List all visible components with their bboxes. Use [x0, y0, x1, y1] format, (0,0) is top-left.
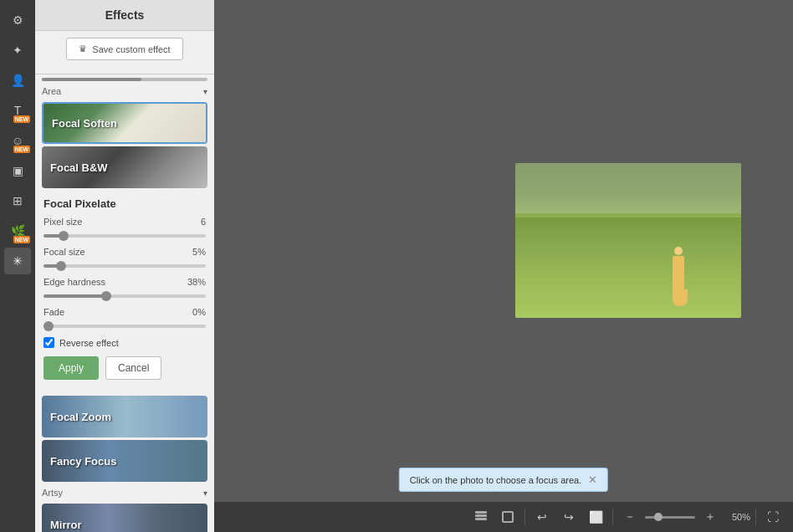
redo-icon[interactable]: ↪: [557, 505, 581, 529]
mirror-label: Mirror: [42, 519, 90, 531]
edge-hardness-value: 38%: [187, 277, 206, 287]
texture-icon[interactable]: ⊞: [4, 187, 31, 214]
bottom-toolbar: ↩ ↪ ⬜ － ＋ 50% ⛶: [214, 502, 793, 532]
fade-slider-row: Fade 0%: [43, 307, 206, 330]
new-badge-text: NEW: [13, 115, 30, 123]
pixel-size-value: 6: [201, 217, 206, 227]
reverse-effect-checkbox[interactable]: [43, 337, 54, 348]
focal-pixelate-title: Focal Pixelate: [43, 197, 206, 210]
focal-size-slider-row: Focal size 5%: [43, 247, 206, 270]
overlay-icon[interactable]: 🌿 NEW: [4, 217, 31, 244]
zoom-slider[interactable]: [645, 516, 695, 519]
edge-hardness-input[interactable]: [43, 294, 206, 298]
scroll-indicator: [42, 78, 207, 81]
cancel-button[interactable]: Cancel: [105, 356, 161, 380]
pixel-size-input[interactable]: [43, 234, 206, 238]
action-buttons-row: Apply Cancel: [43, 356, 206, 380]
crown-icon: ♛: [79, 43, 87, 54]
reverse-effect-row: Reverse effect: [43, 337, 206, 348]
pixel-size-label: Pixel size: [43, 217, 82, 227]
portrait-icon[interactable]: 👤: [4, 67, 31, 94]
effects-scroll-area[interactable]: Area ▾ Focal Soften Focal B&W Focal Pixe…: [35, 74, 214, 532]
layers-icon[interactable]: [469, 505, 493, 529]
photo-field: [515, 217, 741, 318]
edge-hardness-label: Edge hardness: [43, 277, 105, 287]
svg-rect-3: [503, 512, 513, 522]
tooltip-close-button[interactable]: ✕: [588, 473, 597, 486]
main-area: Click on the photo to choose a focus are…: [214, 0, 793, 532]
panel-title: Effects: [35, 0, 214, 31]
focal-zoom-label: Focal Zoom: [42, 411, 120, 423]
mirror-thumb[interactable]: Mirror: [42, 504, 207, 532]
figure-skirt: [673, 289, 688, 306]
focus-area-tooltip: Click on the photo to choose a focus are…: [399, 468, 608, 492]
figure-body: [673, 256, 684, 289]
photo-preview[interactable]: [515, 163, 741, 318]
frame-icon[interactable]: ▣: [4, 157, 31, 184]
apply-button[interactable]: Apply: [43, 356, 99, 380]
fancy-focus-thumb[interactable]: Fancy Focus: [42, 440, 207, 482]
fade-label: Fade: [43, 307, 64, 317]
tooltip-text: Click on the photo to choose a focus are…: [410, 475, 581, 485]
focal-bw-label: Focal B&W: [42, 161, 116, 174]
focal-soften-thumb[interactable]: Focal Soften: [42, 102, 207, 144]
focal-size-label: Focal size: [43, 247, 85, 257]
focal-pixelate-panel: Focal Pixelate Pixel size 6 Focal size 5…: [35, 191, 214, 393]
area-dropdown-arrow[interactable]: ▾: [203, 87, 207, 96]
left-toolbar: ⚙ ✦ 👤 T NEW ☺ NEW ▣ ⊞ 🌿 NEW ✳: [0, 0, 35, 532]
focal-soften-label: Focal Soften: [43, 117, 125, 130]
svg-rect-0: [475, 518, 487, 520]
fade-input[interactable]: [43, 325, 206, 328]
save-custom-effect-button[interactable]: ♛ Save custom effect: [66, 38, 182, 60]
zoom-percentage: 50%: [725, 512, 750, 522]
text-icon[interactable]: T NEW: [4, 97, 31, 124]
zoom-out-icon[interactable]: －: [618, 505, 642, 529]
fade-value: 0%: [192, 307, 206, 317]
photo-sky: [515, 163, 741, 213]
pixel-size-slider-row: Pixel size 6: [43, 217, 206, 240]
effects-active-icon[interactable]: ✳: [4, 248, 31, 274]
focal-size-input[interactable]: [43, 264, 206, 268]
separator-1: [524, 509, 525, 525]
fancy-focus-label: Fancy Focus: [42, 455, 125, 468]
focal-bw-thumb[interactable]: Focal B&W: [42, 146, 207, 188]
new-badge-overlay: NEW: [13, 236, 30, 243]
artsy-dropdown-arrow[interactable]: ▾: [203, 489, 207, 498]
zoom-in-icon[interactable]: ＋: [698, 505, 722, 529]
figure-head: [674, 247, 683, 255]
photo-figure: [673, 247, 684, 309]
magic-icon[interactable]: ✦: [4, 37, 31, 64]
sticker-icon[interactable]: ☺ NEW: [4, 127, 31, 154]
reverse-effect-label[interactable]: Reverse effect: [59, 338, 119, 348]
compare-icon[interactable]: ⬜: [584, 505, 607, 529]
photo-preview-inner: [515, 163, 741, 318]
section-area-label: Area ▾: [35, 83, 214, 100]
separator-3: [755, 509, 756, 525]
focal-size-value: 5%: [192, 247, 206, 257]
effects-panel: Effects ♛ Save custom effect Area ▾ Foca…: [35, 0, 214, 532]
undo-icon[interactable]: ↩: [530, 505, 554, 529]
section-artsy-label: Artsy ▾: [35, 484, 214, 501]
edge-hardness-slider-row: Edge hardness 38%: [43, 277, 206, 300]
adjustments-icon[interactable]: ⚙: [4, 7, 31, 33]
new-badge-sticker: NEW: [13, 146, 30, 153]
canvas-area[interactable]: [214, 0, 793, 502]
focal-zoom-thumb[interactable]: Focal Zoom: [42, 396, 207, 437]
svg-rect-1: [475, 514, 487, 517]
svg-rect-2: [475, 511, 487, 514]
crop-icon[interactable]: [496, 505, 519, 529]
fullscreen-icon[interactable]: ⛶: [761, 505, 785, 529]
separator-2: [612, 509, 613, 525]
